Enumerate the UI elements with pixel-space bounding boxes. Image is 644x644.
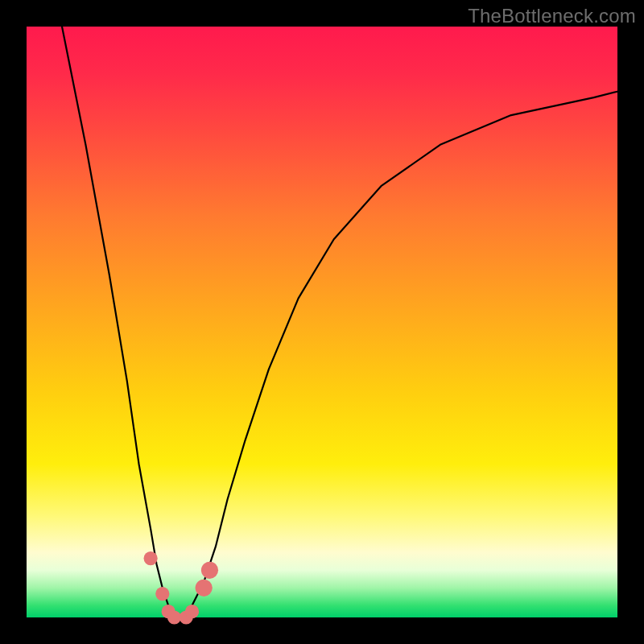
- plot-area: [27, 27, 617, 617]
- bottleneck-curve: [62, 27, 617, 617]
- curve-layer: [27, 27, 617, 617]
- curve-marker: [155, 587, 169, 601]
- curve-marker: [196, 580, 213, 597]
- chart-frame: TheBottleneck.com: [0, 0, 644, 644]
- curve-marker: [167, 610, 181, 624]
- curve-marker: [185, 605, 199, 618]
- watermark-text: TheBottleneck.com: [468, 5, 636, 27]
- curve-marker: [201, 562, 218, 579]
- curve-marker: [144, 551, 158, 565]
- curve-markers: [144, 551, 219, 625]
